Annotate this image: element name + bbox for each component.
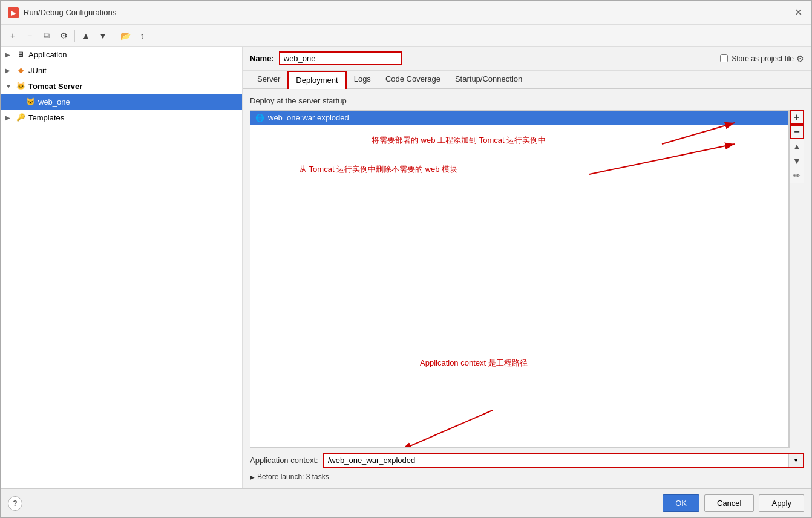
sidebar-item-application[interactable]: ▶ 🖥 Application: [1, 47, 242, 62]
app-context-input[interactable]: [324, 454, 788, 467]
scroll-down-button[interactable]: ▼: [790, 154, 804, 168]
deployment-area: 🌐 web_one:war exploded 将需要部署的 web 工程添加到 …: [250, 110, 804, 448]
deployment-item[interactable]: 🌐 web_one:war exploded: [250, 111, 788, 125]
name-bar: Name: Store as project file ⚙: [243, 47, 811, 71]
arrow-icon: ▶: [5, 114, 15, 121]
junit-icon: ◆: [15, 65, 26, 76]
name-label: Name:: [250, 54, 274, 63]
sidebar-item-label: JUnit: [28, 66, 47, 75]
cancel-button[interactable]: Cancel: [704, 494, 754, 512]
app-icon: ▶: [8, 7, 19, 18]
before-launch-section[interactable]: ▶ Before launch: 3 tasks: [250, 468, 804, 481]
remove-deployment-button[interactable]: −: [790, 125, 804, 139]
help-button[interactable]: ?: [8, 496, 22, 511]
tab-deployment[interactable]: Deployment: [287, 71, 346, 89]
ok-button[interactable]: OK: [663, 494, 699, 512]
templates-icon: 🔑: [15, 112, 26, 123]
name-input-wrapper: [279, 51, 402, 65]
move-up-button[interactable]: ▲: [79, 28, 93, 43]
sidebar: ▶ 🖥 Application ▶ ◆ JUnit ▼ 🐱 Tomcat Ser…: [1, 47, 243, 488]
store-project-row: Store as project file ⚙: [720, 54, 804, 64]
tab-content: Deploy at the server startup 🌐 web_one:w…: [243, 89, 811, 488]
bottom-bar: ? OK Cancel Apply: [1, 488, 811, 517]
arrow-icon: ▶: [5, 67, 15, 74]
edit-deployment-button[interactable]: ✏: [790, 168, 804, 183]
settings-button[interactable]: ⚙: [56, 28, 71, 43]
main-content: ▶ 🖥 Application ▶ ◆ JUnit ▼ 🐱 Tomcat Ser…: [1, 47, 811, 488]
sidebar-item-label: web_one: [38, 97, 70, 107]
add-config-button[interactable]: +: [5, 28, 20, 43]
move-down-button[interactable]: ▼: [96, 28, 110, 43]
tab-startup[interactable]: Startup/Connection: [448, 71, 529, 88]
scroll-up-button[interactable]: ▲: [790, 139, 804, 154]
sort-button[interactable]: ↕: [135, 28, 149, 43]
sidebar-item-label: Templates: [28, 113, 64, 122]
app-context-row: Application context: ▾: [250, 448, 804, 468]
right-panel: Name: Store as project file ⚙ Server Dep…: [243, 47, 811, 488]
tomcat-icon: 🐱: [15, 80, 26, 91]
arrow-icon: ▼: [5, 83, 15, 90]
sidebar-item-web-one[interactable]: 🐱 web_one: [1, 94, 242, 110]
store-project-label: Store as project file: [732, 54, 794, 63]
deployment-item-icon: 🌐: [255, 114, 264, 122]
folder-button[interactable]: 📂: [118, 28, 133, 43]
titlebar: ▶ Run/Debug Configurations ✕: [1, 1, 811, 25]
tab-server[interactable]: Server: [250, 71, 287, 88]
sidebar-item-junit[interactable]: ▶ ◆ JUnit: [1, 62, 242, 78]
copy-config-button[interactable]: ⧉: [39, 28, 54, 43]
app-context-dropdown[interactable]: ▾: [788, 454, 803, 467]
close-button[interactable]: ✕: [792, 7, 804, 19]
store-project-checkbox[interactable]: [720, 54, 728, 62]
apply-button[interactable]: Apply: [759, 494, 804, 512]
tab-logs[interactable]: Logs: [347, 71, 378, 88]
store-gear-icon[interactable]: ⚙: [796, 54, 804, 64]
sidebar-item-templates[interactable]: ▶ 🔑 Templates: [1, 110, 242, 125]
app-context-input-wrapper: ▾: [323, 453, 804, 468]
sidebar-item-label: Tomcat Server: [28, 82, 82, 91]
bottom-actions: OK Cancel Apply: [663, 494, 804, 512]
web-one-icon: 🐱: [25, 96, 36, 107]
remove-config-button[interactable]: −: [22, 28, 37, 43]
name-input[interactable]: [280, 53, 401, 64]
sidebar-item-tomcat[interactable]: ▼ 🐱 Tomcat Server: [1, 78, 242, 94]
tabs-bar: Server Deployment Logs Code Coverage Sta…: [243, 71, 811, 89]
toolbar: + − ⧉ ⚙ ▲ ▼ 📂 ↕: [1, 25, 811, 47]
separator2: [114, 30, 114, 42]
sidebar-item-label: Application: [28, 50, 67, 59]
separator: [74, 30, 75, 42]
deployment-item-label: web_one:war exploded: [268, 113, 349, 122]
deployment-panel: 🌐 web_one:war exploded 将需要部署的 web 工程添加到 …: [250, 110, 789, 448]
arrow-icon: ▶: [5, 51, 15, 58]
section-label: Deploy at the server startup: [250, 96, 804, 105]
app-context-label: Application context:: [250, 456, 318, 465]
tab-code-coverage[interactable]: Code Coverage: [378, 71, 448, 88]
before-launch-arrow: ▶: [250, 474, 255, 480]
deployment-side-buttons: + − ▲ ▼ ✏: [789, 110, 804, 448]
add-deployment-button[interactable]: +: [790, 110, 804, 125]
before-launch-label: Before launch: 3 tasks: [257, 473, 329, 481]
deployment-list: 🌐 web_one:war exploded: [250, 111, 788, 447]
application-icon: 🖥: [15, 49, 26, 60]
svg-text:▶: ▶: [11, 10, 16, 16]
window-title: Run/Debug Configurations: [24, 8, 792, 17]
